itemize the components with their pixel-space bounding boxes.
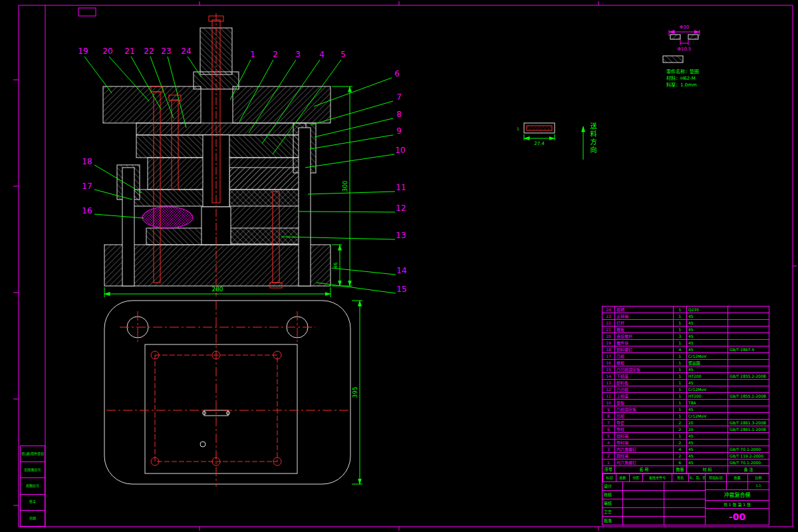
stage-mark-cell <box>706 482 726 489</box>
callout-label: 1 <box>250 50 255 59</box>
bom-name: 圆柱销 <box>614 453 673 459</box>
bom-name: 凸模 <box>614 353 673 359</box>
bom-no: 5 <box>602 433 614 439</box>
bom-material: 45 <box>686 380 728 386</box>
bom-material: 20 <box>686 426 728 432</box>
dim-section-height: 300 <box>342 180 348 192</box>
bom-note: GB/T 70.1-2000 <box>728 460 769 466</box>
bom-rows: 24 模柄 1 Q235 23 止转销 1 45 22 打杆 1 45 <box>602 307 769 466</box>
callout-label: 14 <box>396 266 406 275</box>
bom-qty: 6 <box>673 460 686 466</box>
bom-qty: 4 <box>673 346 686 352</box>
bom-material: 45 <box>686 406 728 412</box>
bom-note <box>728 360 769 366</box>
stage-header-cell: 比例 <box>747 474 769 481</box>
bom-header-note: 备 注 <box>728 466 769 473</box>
bom-header-no: 序号 <box>602 466 614 473</box>
revision-header-cell: 标记 <box>602 474 616 481</box>
signature-name-cell <box>622 508 664 516</box>
bom-row: 21 推板 1 45 <box>602 327 769 333</box>
bom-row: 10 垫板 1 T8A <box>602 400 769 406</box>
bom-qty: 1 <box>673 413 686 419</box>
revision-header-cell: 更改文件号 <box>642 474 672 481</box>
upper-die-holder-right <box>233 86 331 123</box>
bom-row: 24 模柄 1 Q235 <box>602 307 769 313</box>
bom-qty: 1 <box>673 313 686 319</box>
callout-label: 24 <box>181 47 191 56</box>
callout-label: 9 <box>396 126 402 136</box>
margin-strip-cell: 底图总号 <box>21 478 45 494</box>
strip-detail <box>524 123 555 140</box>
revision-header-cell: 分区 <box>629 474 642 481</box>
bom-name: 导料销 <box>614 440 673 446</box>
bom-note <box>728 333 769 339</box>
bom-no: 11 <box>602 393 614 399</box>
stage-header-cell: 阶段标记 <box>706 474 726 481</box>
signature-name-cell <box>622 517 664 525</box>
bom-material: 45 <box>686 446 728 452</box>
signature-date-cell <box>664 517 705 525</box>
callout-label: 12 <box>396 203 406 213</box>
revision-header-cell: 处数 <box>616 474 629 481</box>
callout-label: 5 <box>340 50 346 59</box>
bom-note <box>728 406 769 412</box>
cad-viewport[interactable]: 1 2 3 4 5 6 7 8 9 10 11 12 13 14 15 16 1… <box>0 0 798 532</box>
bom-note <box>728 320 769 326</box>
bom-no: 7 <box>602 420 614 426</box>
bom-row: 20 连接推杆 3 45 <box>602 333 769 340</box>
bom-note <box>728 340 769 346</box>
bom-no: 8 <box>602 413 614 419</box>
title-block: 标记处数分区更改文件号签名年、月、日 设计 校核 审核 <box>602 473 769 525</box>
signature-label: 工艺 <box>602 508 622 516</box>
callout-label: 2 <box>273 50 278 59</box>
bom-header-qty: 数量 <box>673 466 686 473</box>
bom-name: 凸模固定板 <box>614 406 673 412</box>
lower-die-holder <box>104 245 331 286</box>
bom-qty: 2 <box>673 426 686 432</box>
stage-header: 阶段标记质量比例 <box>706 474 769 482</box>
workpiece-note-thickness: 料厚：1.0mm <box>666 82 697 88</box>
callout-label: 20 <box>102 47 112 56</box>
bom-qty: 1 <box>673 340 686 346</box>
title-block-right: 阶段标记质量比例 1:1 冲裁复合模 共 1 张 第 1 张 -00 <box>706 474 769 525</box>
signature-date-cell <box>664 499 705 507</box>
revision-header-cell: 年、月、日 <box>688 474 705 481</box>
bom-no: 1 <box>602 460 614 466</box>
bom-material: 45 <box>686 320 728 326</box>
bom-no: 10 <box>602 400 614 406</box>
callout-label: 18 <box>82 157 92 166</box>
signature-date-cell <box>664 508 705 516</box>
plan-inner-plate <box>145 344 297 473</box>
dim-section-width: 280 <box>211 286 223 293</box>
bom-qty: 1 <box>673 307 686 313</box>
guide-pillar-right <box>299 128 311 286</box>
bom-row: 4 导料销 2 45 <box>602 440 769 446</box>
bom-material: HT200 <box>686 373 728 379</box>
bom-no: 24 <box>602 307 614 313</box>
bom-row: 7 导套 2 20 GB/T 2861.3-2008 <box>602 420 769 426</box>
bom-name: 内六角螺钉 <box>614 460 673 466</box>
bom-qty: 1 <box>673 400 686 406</box>
bom-name: 凸凹模固定板 <box>614 366 673 372</box>
signature-row: 校核 <box>602 491 705 499</box>
bom-no: 14 <box>602 373 614 379</box>
bom-name: 导柱 <box>614 426 673 432</box>
bom-name: 橡胶 <box>614 360 673 366</box>
signature-date-cell <box>664 482 705 490</box>
bom-name: 推板 <box>614 327 673 332</box>
workpiece-note-name: 零件名称：垫圈 <box>666 68 699 74</box>
margin-strip-cell: 旧底图总号 <box>21 462 45 478</box>
bom-qty: 1 <box>673 393 686 399</box>
bom-row: 12 凸凹模 1 Cr12MoV <box>602 386 769 393</box>
bom-qty: 2 <box>673 420 686 426</box>
callout-label: 3 <box>295 50 301 59</box>
bom-qty: 4 <box>673 446 686 452</box>
dim-strip-thickness: 1 <box>517 126 519 131</box>
bom-row: 23 止转销 1 45 <box>602 313 769 320</box>
signature-row: 批准 <box>602 517 705 525</box>
dim-workpiece-outer: Φ30 <box>680 25 689 30</box>
bom-material: 45 <box>686 313 728 319</box>
bom-note: GB/T 2861.1-2008 <box>728 426 769 432</box>
bom-qty: 1 <box>673 433 686 439</box>
bom-name: 挡料销 <box>614 433 673 439</box>
